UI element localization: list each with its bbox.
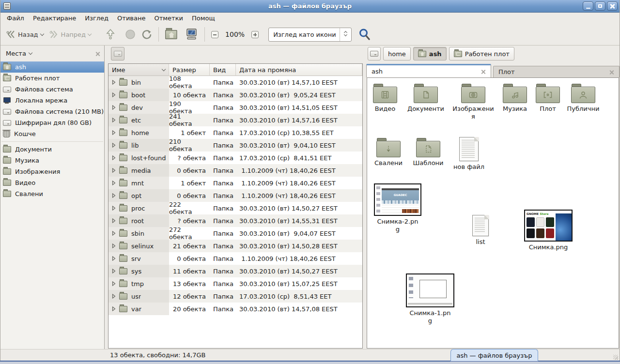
table-row[interactable]: media 0 обекта Папка 1.10.2009 (чт) 18,4… [108,164,362,177]
minimize-button[interactable] [583,1,593,11]
sidebar-item-desktop[interactable]: Работен плот [0,73,104,84]
expander-icon[interactable] [112,256,116,261]
table-row[interactable]: etc 241 обекта Папка 30.03.2010 (вт) 14,… [108,114,362,126]
sidebar-item-filesystem-210mb[interactable]: Файлова система (210 MB) [0,106,104,117]
tab-plot[interactable]: Плот [493,66,620,77]
computer-button[interactable] [182,26,201,43]
up-button[interactable] [103,27,118,42]
root-filesystem-button[interactable] [111,47,124,61]
table-row[interactable]: boot 10 обекта Папка 30.03.2010 (вт) 9,0… [108,89,362,101]
folder-item-images[interactable]: Изображения [451,84,495,121]
table-row[interactable]: home 1 обект Папка 17.03.2010 (ср) 10,38… [108,126,362,139]
home-button[interactable] [162,30,176,40]
folder-item-video[interactable]: Видео [367,84,407,113]
search-button[interactable] [356,26,374,43]
icon-view[interactable]: Видео Документи Изображения [367,77,619,349]
expander-icon[interactable] [112,155,116,160]
expander-icon[interactable] [112,92,116,97]
menu-go[interactable]: Отиване [113,14,150,23]
expander-icon[interactable] [112,143,116,148]
table-row[interactable]: usr 12 обекта Папка 17.03.2010 (ср) 8,51… [108,290,362,303]
table-row[interactable]: var 20 обекта Папка 30.03.2010 (вт) 14,5… [108,303,362,315]
sidebar-item-downloads[interactable]: Свалени [0,188,104,199]
sidebar-item-network[interactable]: Локална мрежа [0,95,104,106]
menu-help[interactable]: Помощ [187,14,219,23]
folder-item-public[interactable]: Публични [561,84,605,113]
folder-item-downloads[interactable]: Свалени [367,138,410,167]
file-item-snimka-2[interactable]: GUADEC Снимка-2.png [371,183,424,233]
table-row[interactable]: dev 190 обекта Папка 30.03.2010 (вт) 14,… [108,101,362,114]
expander-icon[interactable] [112,168,116,173]
expander-icon[interactable] [112,294,116,299]
expander-icon[interactable] [112,80,116,85]
maximize-button[interactable] [595,1,605,11]
sidebar-item-ash[interactable]: ash [0,61,104,73]
expander-icon[interactable] [112,269,116,273]
table-row[interactable]: proc 222 обекта Папка 30.03.2010 (вт) 14… [108,202,362,214]
reload-button[interactable] [139,27,155,42]
titlebar[interactable]: ash — файлов браузър [0,0,620,13]
stop-button[interactable] [122,27,139,42]
forward-button[interactable]: Напред [46,28,94,41]
places-title[interactable]: Места [6,50,26,57]
sidebar-item-images[interactable]: Изображения [0,166,104,177]
file-item-new-file[interactable]: нов файл [447,137,491,171]
view-mode-select[interactable]: Изглед като икони [268,28,352,42]
sidebar-item-encrypted-80gb[interactable]: Шифриран дял (80 GB) [0,117,104,128]
folder-item-templates[interactable]: Шаблони [406,138,450,167]
column-header-size[interactable]: Размер [169,64,210,76]
sidebar-item-trash[interactable]: Кошче [0,128,104,139]
expander-icon[interactable] [112,193,116,198]
expander-icon[interactable] [112,130,116,135]
table-row[interactable]: root ? обекта Папка 30.03.2010 (вт) 14,5… [108,214,362,227]
breadcrumb-home-button[interactable]: home [383,47,411,61]
back-dropdown-icon[interactable] [40,31,44,35]
sidebar-item-music[interactable]: Музика [0,155,104,166]
places-dropdown-icon[interactable] [29,51,32,55]
table-row[interactable]: mnt 1 обект Папка 1.10.2009 (чт) 18,40,2… [108,177,362,189]
taskbar-window-button[interactable]: ash — файлов браузър [450,349,538,362]
table-row[interactable]: lost+found ? обекта Папка 17.03.2010 (ср… [108,152,362,164]
table-row[interactable]: sys 11 обекта Папка 30.03.2010 (вт) 14,5… [108,265,362,277]
expander-icon[interactable] [112,118,116,122]
file-item-snimka[interactable]: GNOME Store Снимка.png [522,210,575,251]
breadcrumb-desktop-button[interactable]: Работен плот [449,47,514,61]
zoom-out-button[interactable] [208,29,221,40]
tab-close-icon[interactable] [481,69,486,74]
menu-view[interactable]: Изглед [80,14,113,23]
sidebar-item-video[interactable]: Видео [0,177,104,188]
expander-icon[interactable] [112,231,116,236]
table-row[interactable]: sbin 272 обекта Папка 30.03.2010 (вт) 9,… [108,227,362,240]
column-header-name[interactable]: Име [108,64,169,76]
expander-icon[interactable] [112,218,116,223]
expander-icon[interactable] [112,206,116,211]
table-row[interactable]: selinux 21 обекта Папка 30.03.2010 (вт) … [108,240,362,252]
close-button[interactable] [607,1,618,11]
column-header-type[interactable]: Вид [210,64,236,76]
expander-icon[interactable] [112,306,116,311]
expander-icon[interactable] [112,181,116,185]
table-row[interactable]: srv 0 обекта Папка 1.10.2009 (чт) 18,40,… [108,252,362,265]
file-item-list[interactable]: list [459,215,502,246]
tab-close-icon[interactable] [609,70,614,75]
table-row[interactable]: lib 210 обекта Папка 30.03.2010 (вт) 9,0… [108,139,362,152]
table-row[interactable]: tmp 13 обекта Папка 30.03.2010 (вт) 15,0… [108,277,362,290]
resize-grip-icon[interactable] [613,355,618,360]
zoom-in-button[interactable] [248,29,262,40]
table-row[interactable]: opt 0 обекта Папка 1.10.2009 (чт) 18,40,… [108,189,362,202]
folder-item-documents[interactable]: Документи [404,84,448,113]
sidebar-item-filesystem[interactable]: Файлова система [0,84,104,95]
column-header-date[interactable]: Дата на промяна [236,64,362,76]
menu-file[interactable]: Файл [2,14,29,23]
expander-icon[interactable] [112,281,116,286]
expander-icon[interactable] [112,243,116,248]
tab-ash[interactable]: ash [366,64,491,77]
menu-edit[interactable]: Редактиране [29,14,80,23]
back-button[interactable]: Назад [3,28,46,41]
breadcrumb-ash-button[interactable]: ash [413,47,447,61]
expander-icon[interactable] [112,105,116,110]
breadcrumb-root-button[interactable] [368,47,381,61]
sidebar-item-documents[interactable]: Документи [0,144,104,155]
table-row[interactable]: bin 108 обекта Папка 30.03.2010 (вт) 14,… [108,76,362,89]
menu-bookmarks[interactable]: Отметки [150,14,187,23]
